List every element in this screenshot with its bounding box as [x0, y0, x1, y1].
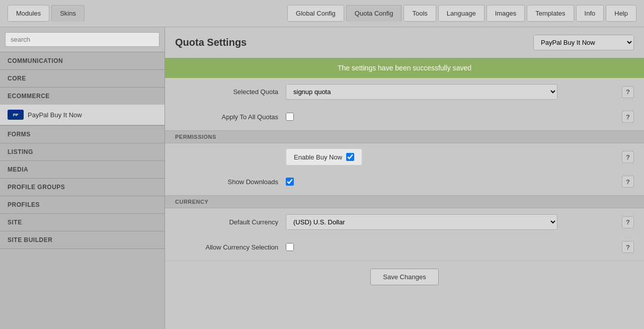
apply-all-row-with-help: ? [286, 111, 634, 123]
apply-all-row: Apply To All Quotas ? [165, 106, 644, 128]
form-area: Selected Quota signup quota ? [165, 78, 644, 293]
main-container: COMMUNICATION CORE ECOMMERCE PP PayPal B… [0, 27, 644, 329]
allow-currency-control: ? [286, 241, 634, 253]
default-currency-select[interactable]: (USD) U.S. Dollar [286, 214, 557, 230]
sidebar-item-communication[interactable]: COMMUNICATION [0, 52, 165, 69]
sidebar-section-site-builder: SITE BUILDER [0, 231, 165, 249]
show-downloads-label: Show Downloads [175, 178, 286, 186]
default-currency-row: Default Currency (USD) U.S. Dollar ? [165, 208, 644, 236]
tab-modules[interactable]: Modules [8, 5, 49, 22]
tab-templates[interactable]: Templates [527, 5, 574, 22]
selected-quota-row: Selected Quota signup quota ? [165, 78, 644, 106]
top-bar: Modules Skins Global Config Quota Config… [0, 0, 644, 27]
search-input[interactable] [5, 32, 159, 47]
sidebar-item-core[interactable]: CORE [0, 70, 165, 87]
enable-buy-now-row: Enable Buy Now ? [165, 143, 644, 171]
sidebar-item-site[interactable]: SITE [0, 214, 165, 231]
allow-currency-row: Allow Currency Selection ? [165, 236, 644, 258]
enable-buy-now-checkbox[interactable] [346, 153, 354, 161]
sidebar-item-listing[interactable]: LISTING [0, 143, 165, 160]
selected-quota-select[interactable]: signup quota [286, 84, 557, 100]
default-currency-control: (USD) U.S. Dollar ? [286, 214, 634, 230]
apply-all-control: ? [286, 111, 634, 123]
enable-buy-now-control: Enable Buy Now ? [286, 148, 634, 166]
sidebar-section-communication: COMMUNICATION [0, 52, 165, 70]
sidebar-item-site-builder[interactable]: SITE BUILDER [0, 231, 165, 249]
show-downloads-help-btn[interactable]: ? [622, 176, 634, 188]
sidebar-section-site: SITE [0, 214, 165, 231]
sidebar-item-forms[interactable]: FORMS [0, 126, 165, 143]
sidebar-section-forms: FORMS [0, 126, 165, 143]
selected-quota-label: Selected Quota [175, 88, 286, 96]
selected-quota-help-btn[interactable]: ? [622, 86, 634, 98]
content-area: Quota Settings PayPal Buy It Now The set… [165, 27, 644, 329]
sidebar-item-profile-groups[interactable]: PROFILE GROUPS [0, 179, 165, 196]
tab-tools[interactable]: Tools [404, 5, 436, 22]
header-module-select[interactable]: PayPal Buy It Now [533, 35, 634, 50]
sidebar-section-listing: LISTING [0, 143, 165, 161]
show-downloads-row-with-help: ? [286, 176, 634, 188]
page-title: Quota Settings [175, 37, 247, 48]
sidebar-section-ecommerce: ECOMMERCE PP PayPal Buy It Now [0, 88, 165, 126]
tab-help[interactable]: Help [606, 5, 636, 22]
sidebar-section-media: MEDIA [0, 161, 165, 179]
sidebar-section-core: CORE [0, 70, 165, 88]
currency-section-header: CURRENCY [165, 195, 644, 208]
content-header: Quota Settings PayPal Buy It Now [165, 27, 644, 58]
allow-currency-row-with-help: ? [286, 241, 634, 253]
selected-quota-control: signup quota ? [286, 84, 634, 100]
show-downloads-row: Show Downloads ? [165, 171, 644, 193]
default-currency-help-btn[interactable]: ? [622, 216, 634, 228]
enable-buy-now-help-btn[interactable]: ? [622, 151, 634, 163]
tab-skins[interactable]: Skins [51, 5, 85, 22]
tab-quota-config[interactable]: Quota Config [346, 5, 402, 22]
sidebar-section-profile-groups: PROFILE GROUPS [0, 179, 165, 196]
enable-buy-now-row-with-help: Enable Buy Now ? [286, 148, 634, 166]
sidebar-section-profiles: PROFILES [0, 196, 165, 214]
permissions-section-header: PERMISSIONS [165, 130, 644, 143]
apply-all-help-btn[interactable]: ? [622, 111, 634, 123]
sidebar-item-ecommerce[interactable]: ECOMMERCE [0, 88, 165, 105]
apply-all-label: Apply To All Quotas [175, 113, 286, 121]
tab-info[interactable]: Info [576, 5, 604, 22]
tab-global-config[interactable]: Global Config [287, 5, 344, 22]
apply-all-checkbox[interactable] [286, 113, 294, 121]
allow-currency-checkbox[interactable] [286, 243, 294, 251]
allow-currency-label: Allow Currency Selection [175, 243, 286, 251]
default-currency-label: Default Currency [175, 218, 286, 226]
success-banner: The settings have been successfully save… [165, 58, 644, 78]
enable-buy-now-box: Enable Buy Now [286, 148, 362, 166]
show-downloads-control: ? [286, 176, 634, 188]
footer-area: Save Changes [165, 261, 644, 293]
sidebar-item-media[interactable]: MEDIA [0, 161, 165, 178]
sidebar: COMMUNICATION CORE ECOMMERCE PP PayPal B… [0, 27, 165, 329]
selected-quota-row-with-help: signup quota ? [286, 84, 634, 100]
search-container [0, 27, 165, 52]
save-button[interactable]: Save Changes [370, 269, 438, 285]
default-currency-row-with-help: (USD) U.S. Dollar ? [286, 214, 634, 230]
tab-language[interactable]: Language [438, 5, 485, 22]
sidebar-item-profiles[interactable]: PROFILES [0, 196, 165, 213]
sidebar-item-paypal[interactable]: PP PayPal Buy It Now [0, 105, 165, 125]
enable-buy-now-text: Enable Buy Now [294, 153, 342, 161]
sidebar-item-paypal-label: PayPal Buy It Now [28, 111, 82, 119]
tab-images[interactable]: Images [487, 5, 525, 22]
paypal-icon: PP [8, 110, 24, 120]
allow-currency-help-btn[interactable]: ? [622, 241, 634, 253]
show-downloads-checkbox[interactable] [286, 178, 294, 186]
